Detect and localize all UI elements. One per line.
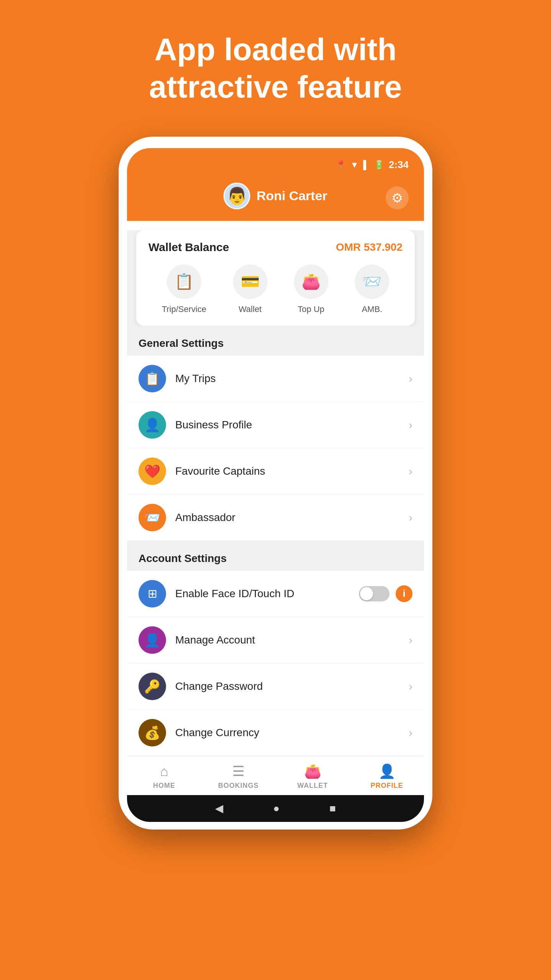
status-icons: 📍 ▼ ▌ 🔋 2:34 <box>336 159 409 171</box>
amb-icon-circle: 📨 <box>355 265 389 299</box>
wallet-header: Wallet Balance OMR 537.902 <box>148 241 403 254</box>
manage-account-label: Manage Account <box>175 634 409 646</box>
quick-actions: 📋 Trip/Service 💳 Wallet 👛 <box>148 265 403 314</box>
face-id-icon: ⊞ <box>148 587 157 600</box>
wallet-nav-icon: 👛 <box>304 763 321 779</box>
manage-account-icon: 👤 <box>144 632 160 648</box>
change-currency-icon: 💰 <box>144 725 160 740</box>
ambassador-item[interactable]: 📨 Ambassador › <box>127 495 424 541</box>
trip-icon: 📋 <box>174 273 194 291</box>
profile-icon: 👤 <box>378 763 396 779</box>
info-icon: i <box>403 588 405 599</box>
favourite-captains-icon-wrap: ❤️ <box>139 457 166 485</box>
nav-profile[interactable]: 👤 PROFILE <box>350 763 424 790</box>
user-name: Roni Carter <box>256 188 327 203</box>
change-password-icon: 🔑 <box>144 679 160 694</box>
change-currency-label: Change Currency <box>175 727 409 739</box>
wallet-label: Wallet <box>238 304 261 314</box>
app-header: 👨 Roni Carter ⚙ <box>127 175 424 221</box>
ambassador-icon: 📨 <box>144 510 160 525</box>
face-id-item[interactable]: ⊞ Enable Face ID/Touch ID i <box>127 571 424 617</box>
quick-action-wallet[interactable]: 💳 Wallet <box>233 265 267 314</box>
change-currency-icon-wrap: 💰 <box>139 719 166 746</box>
change-currency-arrow: › <box>409 726 412 739</box>
trip-icon-circle: 📋 <box>167 265 201 299</box>
quick-action-amb[interactable]: 📨 AMB. <box>355 265 389 314</box>
hero-title: App loaded with attractive feature <box>126 31 425 106</box>
wallet-amount: OMR 537.902 <box>336 241 403 253</box>
topup-icon-circle: 👛 <box>294 265 328 299</box>
change-currency-item[interactable]: 💰 Change Currency › <box>127 710 424 756</box>
general-settings-list: 📋 My Trips › 👤 Business Profile › ❤️ <box>127 356 424 541</box>
favourite-captains-icon: ❤️ <box>144 464 160 479</box>
change-password-icon-wrap: 🔑 <box>139 673 166 700</box>
business-profile-arrow: › <box>409 418 412 431</box>
ambassador-label: Ambassador <box>175 511 409 524</box>
nav-bookings[interactable]: ☰ BOOKINGS <box>201 763 276 790</box>
home-label: HOME <box>153 782 175 790</box>
manage-account-item[interactable]: 👤 Manage Account › <box>127 617 424 663</box>
phone-shell: ​ 📍 ▼ ▌ 🔋 2:34 👨 Roni Carter ⚙ <box>119 137 432 830</box>
avatar-icon: 👨 <box>227 186 248 206</box>
wallet-card: Wallet Balance OMR 537.902 📋 Trip/Servic… <box>136 230 415 326</box>
toggle-knob <box>360 587 373 600</box>
content-area: Wallet Balance OMR 537.902 📋 Trip/Servic… <box>127 230 424 795</box>
face-id-label: Enable Face ID/Touch ID <box>175 588 359 600</box>
favourite-captains-label: Favourite Captains <box>175 465 409 477</box>
ambassador-icon-wrap: 📨 <box>139 504 166 531</box>
wallet-icon: 💳 <box>241 273 260 291</box>
change-password-arrow: › <box>409 680 412 693</box>
favourite-captains-arrow: › <box>409 465 412 478</box>
quick-action-topup[interactable]: 👛 Top Up <box>294 265 328 314</box>
signal-icon: ▌ <box>363 160 369 170</box>
favourite-captains-item[interactable]: ❤️ Favourite Captains › <box>127 448 424 495</box>
amb-label: AMB. <box>362 304 382 314</box>
my-trips-icon: 📋 <box>144 371 160 386</box>
general-settings-header: General Settings <box>127 326 424 356</box>
my-trips-item[interactable]: 📋 My Trips › <box>127 356 424 402</box>
bookings-label: BOOKINGS <box>218 782 259 790</box>
recent-button[interactable]: ■ <box>329 802 336 815</box>
account-settings-label: Account Settings <box>139 552 227 564</box>
wallet-icon-circle: 💳 <box>233 265 267 299</box>
nav-wallet[interactable]: 👛 WALLET <box>276 763 350 790</box>
change-password-item[interactable]: 🔑 Change Password › <box>127 663 424 710</box>
profile-label: PROFILE <box>370 782 403 790</box>
account-settings-header: Account Settings <box>127 541 424 571</box>
topup-label: Top Up <box>298 304 324 314</box>
bottom-nav: ⌂ HOME ☰ BOOKINGS 👛 WALLET 👤 PROFILE <box>127 756 424 795</box>
general-settings-label: General Settings <box>139 337 224 349</box>
my-trips-icon-wrap: 📋 <box>139 365 166 392</box>
topup-icon: 👛 <box>302 273 321 291</box>
ambassador-arrow: › <box>409 511 412 524</box>
trip-label: Trip/Service <box>162 304 207 314</box>
nav-home[interactable]: ⌂ HOME <box>127 763 201 790</box>
my-trips-label: My Trips <box>175 372 409 385</box>
business-profile-label: Business Profile <box>175 419 409 431</box>
location-icon: 📍 <box>336 160 346 170</box>
avatar: 👨 <box>223 183 250 209</box>
business-profile-icon: 👤 <box>144 417 160 433</box>
quick-action-trip[interactable]: 📋 Trip/Service <box>162 265 207 314</box>
back-button[interactable]: ◀ <box>215 802 223 815</box>
home-icon: ⌂ <box>160 763 168 779</box>
gear-icon: ⚙ <box>391 190 403 206</box>
user-info: 👨 Roni Carter <box>223 183 327 209</box>
account-settings-list: ⊞ Enable Face ID/Touch ID i 👤 <box>127 571 424 756</box>
toggle-container: i <box>359 585 412 602</box>
my-trips-arrow: › <box>409 372 412 385</box>
info-button[interactable]: i <box>396 585 412 602</box>
face-id-toggle[interactable] <box>359 586 390 601</box>
home-button[interactable]: ● <box>273 802 280 815</box>
hero-title-line1: App loaded with <box>149 31 402 68</box>
settings-button[interactable]: ⚙ <box>386 186 409 209</box>
manage-account-icon-wrap: 👤 <box>139 626 166 654</box>
bookings-icon: ☰ <box>232 763 245 779</box>
face-id-icon-wrap: ⊞ <box>139 580 166 608</box>
business-profile-icon-wrap: 👤 <box>139 411 166 439</box>
status-time: 2:34 <box>389 159 409 171</box>
wallet-nav-label: WALLET <box>297 782 328 790</box>
business-profile-item[interactable]: 👤 Business Profile › <box>127 402 424 448</box>
phone-bottom-bar: ◀ ● ■ <box>127 795 424 822</box>
hero-title-line2: attractive feature <box>149 68 402 106</box>
